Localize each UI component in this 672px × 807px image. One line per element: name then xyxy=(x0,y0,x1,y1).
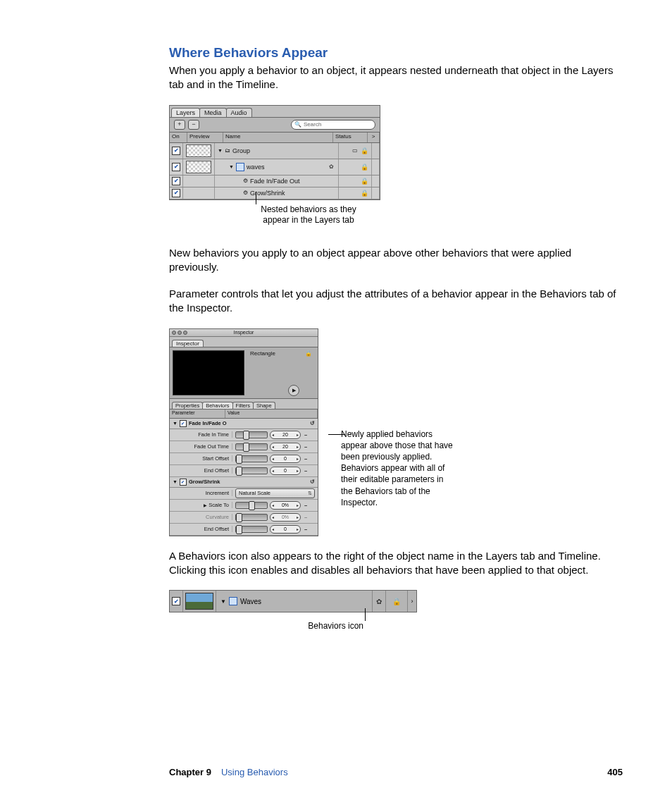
row-label: Fade In/Fade Out xyxy=(250,178,300,185)
menu-icon[interactable]: – xyxy=(303,455,309,462)
reset-icon[interactable]: ↺ xyxy=(310,479,315,485)
number-field: 0% xyxy=(270,513,301,522)
slider[interactable] xyxy=(235,443,268,450)
checkbox[interactable]: ✔ xyxy=(172,597,180,605)
tab-shape[interactable]: Shape xyxy=(253,402,275,409)
lock-icon[interactable]: 🔒 xyxy=(392,598,401,605)
disclosure-icon[interactable]: ▶ xyxy=(204,503,207,507)
number-field[interactable]: 20 xyxy=(270,443,301,451)
disclosure-icon[interactable]: ▼ xyxy=(229,164,234,169)
body-para-2: New behaviors you apply to an object app… xyxy=(169,246,623,275)
row-grow[interactable]: ✔ ⚙ Grow/Shrink 🔒 xyxy=(170,187,380,199)
lock-icon[interactable]: 🔒 xyxy=(361,178,368,185)
row-label: Group xyxy=(232,147,250,154)
stack-icon: ▭ xyxy=(352,147,358,154)
preview-thumb xyxy=(185,593,213,610)
group-fade[interactable]: ▼ ✔ Fade In/Fade O ↺ xyxy=(170,419,318,429)
number-field[interactable]: 0 xyxy=(270,455,301,463)
menu-icon[interactable]: – xyxy=(303,502,309,508)
expand-icon[interactable]: › xyxy=(408,591,416,612)
figure-behaviors-icon: ✔ ▼ Waves ✿ 🔒 › xyxy=(169,590,417,612)
lock-icon[interactable]: 🔒 xyxy=(361,190,368,197)
add-button[interactable]: + xyxy=(174,120,185,130)
group-icon: 🗂 xyxy=(225,147,230,154)
checkbox[interactable]: ✔ xyxy=(172,147,180,155)
lock-icon[interactable]: 🔒 xyxy=(305,350,312,357)
tab-audio[interactable]: Audio xyxy=(226,108,252,117)
window-title: Inspector xyxy=(170,330,318,335)
gear-icon[interactable]: ✿ xyxy=(329,164,334,170)
popup-menu[interactable]: Natural Scale xyxy=(235,488,315,498)
row-fade[interactable]: ✔ ⚙ Fade In/Fade Out 🔒 xyxy=(170,175,380,187)
behavior-icon: ⚙ xyxy=(243,178,248,184)
disclosure-icon[interactable]: ▼ xyxy=(173,421,178,426)
menu-icon: – xyxy=(303,514,309,520)
search-field[interactable]: 🔍 Search xyxy=(291,120,375,130)
tab-filters[interactable]: Filters xyxy=(232,402,254,409)
checkbox[interactable]: ✔ xyxy=(172,189,180,197)
checkbox[interactable]: ✔ xyxy=(172,177,180,185)
tab-inspector[interactable]: Inspector xyxy=(172,340,204,347)
col-status: Status xyxy=(333,133,368,142)
param-curvature: Curvature 0% – xyxy=(170,512,318,524)
disclosure-icon[interactable]: ▼ xyxy=(220,598,226,605)
window-controls[interactable] xyxy=(172,331,187,335)
preview-view xyxy=(173,350,244,395)
lock-icon[interactable]: 🔒 xyxy=(361,164,368,171)
body-para-4: A Behaviors icon also appears to the rig… xyxy=(169,549,623,578)
slider[interactable] xyxy=(235,526,268,533)
col-preview: Preview xyxy=(187,133,223,142)
tab-properties[interactable]: Properties xyxy=(172,402,203,409)
col-expand[interactable]: > xyxy=(368,133,380,142)
group-label: Grow/Shrink xyxy=(189,479,220,485)
head-parameter: Parameter xyxy=(170,409,225,418)
row-group[interactable]: ✔ ▼ 🗂 Group ▭ 🔒 xyxy=(170,143,380,159)
checkbox[interactable]: ✔ xyxy=(180,479,187,486)
slider[interactable] xyxy=(235,431,268,438)
remove-button[interactable]: − xyxy=(188,120,199,130)
body-para-1: When you apply a behavior to an object, … xyxy=(169,63,623,92)
reset-icon[interactable]: ↺ xyxy=(310,420,315,426)
menu-icon[interactable]: – xyxy=(303,431,309,438)
number-field[interactable]: 0 xyxy=(270,525,301,534)
param-start-offset: Start Offset 0 – xyxy=(170,453,318,465)
row-label: Waves xyxy=(240,598,261,605)
tab-behaviors[interactable]: Behaviors xyxy=(202,402,232,409)
number-field[interactable]: 20 xyxy=(270,431,301,439)
search-icon: 🔍 xyxy=(294,121,301,128)
group-grow[interactable]: ▼ ✔ Grow/Shrink ↺ xyxy=(170,477,318,488)
section-heading: Where Behaviors Appear xyxy=(169,45,623,61)
chapter-label: Chapter 9 xyxy=(169,767,211,777)
page-footer: Chapter 9 Using Behaviors 405 xyxy=(169,767,623,777)
lock-icon[interactable]: 🔒 xyxy=(361,147,368,154)
figure-inspector: Inspector Inspector Rectangle 🔒 ▶ Proper… xyxy=(169,328,623,536)
figure1-callout: Nested behaviors as they appear in the L… xyxy=(252,204,365,226)
disclosure-icon[interactable]: ▼ xyxy=(218,148,223,153)
checkbox[interactable]: ✔ xyxy=(172,163,180,171)
behavior-icon: ⚙ xyxy=(243,190,248,196)
disclosure-icon[interactable]: ▼ xyxy=(173,479,178,484)
row-waves[interactable]: ✔ ▼ waves ✿ 🔒 xyxy=(170,159,380,175)
tab-media[interactable]: Media xyxy=(199,108,227,117)
layer-icon xyxy=(229,597,237,605)
param-increment: Increment Natural Scale xyxy=(170,488,318,500)
chapter-title: Using Behaviors xyxy=(221,767,288,777)
checkbox[interactable]: ✔ xyxy=(180,420,187,427)
slider[interactable] xyxy=(235,502,268,509)
number-field[interactable]: 0% xyxy=(270,501,301,510)
param-scale-to: ▶Scale To 0% – xyxy=(170,500,318,512)
number-field[interactable]: 0 xyxy=(270,467,301,475)
play-button[interactable]: ▶ xyxy=(288,385,299,396)
menu-icon[interactable]: – xyxy=(303,526,309,532)
menu-icon[interactable]: – xyxy=(303,443,309,450)
menu-icon[interactable]: – xyxy=(303,467,309,474)
slider[interactable] xyxy=(235,467,268,474)
row-label: waves xyxy=(247,164,265,171)
preview-thumb xyxy=(186,144,211,157)
slider[interactable] xyxy=(235,455,268,462)
layer-icon xyxy=(236,163,244,171)
tab-layers[interactable]: Layers xyxy=(171,108,200,117)
head-value: Value xyxy=(225,409,318,418)
behaviors-gear-icon[interactable]: ✿ xyxy=(372,591,386,612)
col-on: On xyxy=(170,133,187,142)
